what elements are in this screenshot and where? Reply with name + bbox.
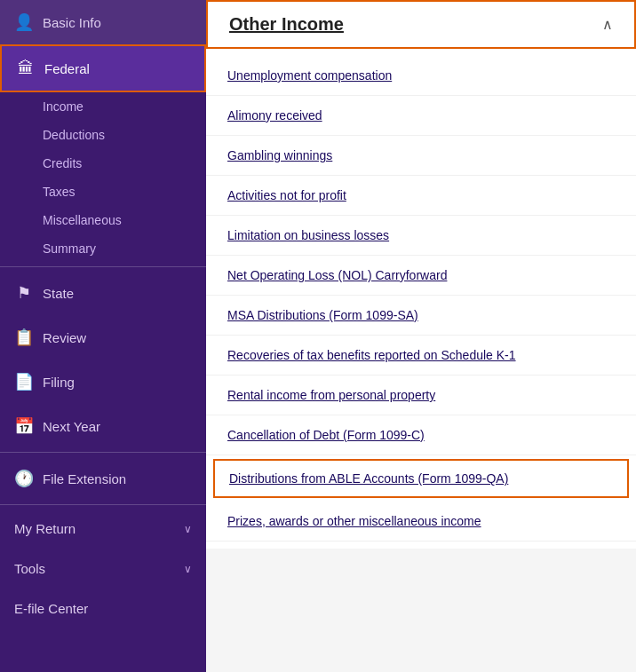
sidebar-sub-income[interactable]: Income [43, 92, 206, 121]
sidebar-label-federal: Federal [44, 61, 90, 76]
list-item-able-accounts[interactable]: Distributions from ABLE Accounts (Form 1… [213, 459, 629, 498]
sidebar-label-basic-info: Basic Info [43, 15, 101, 30]
sidebar-sub-taxes[interactable]: Taxes [43, 178, 206, 206]
collapse-button[interactable]: ∧ [602, 16, 613, 33]
building-icon: 🏛 [16, 59, 36, 78]
sidebar-sub-deductions[interactable]: Deductions [43, 121, 206, 149]
sidebar-item-efile-center[interactable]: E-file Center [0, 589, 206, 629]
my-return-left: My Return [14, 521, 76, 536]
person-icon: 👤 [14, 12, 34, 32]
tools-left: Tools [14, 561, 45, 576]
list-item-nol[interactable]: Net Operating Loss (NOL) Carryforward [206, 256, 636, 296]
list-item-unemployment[interactable]: Unemployment compensation [206, 56, 636, 96]
sidebar-label-state: State [43, 286, 74, 301]
sidebar-item-state[interactable]: ⚑ State [0, 271, 206, 315]
sidebar-item-basic-info[interactable]: 👤 Basic Info [0, 0, 206, 44]
content-header: Other Income ∧ [206, 0, 636, 49]
flag-icon: ⚑ [14, 283, 34, 303]
sidebar-item-file-extension[interactable]: 🕐 File Extension [0, 456, 206, 501]
divider-2 [0, 452, 206, 453]
list-item-prizes[interactable]: Prizes, awards or other miscellaneous in… [206, 502, 636, 542]
divider-3 [0, 504, 206, 505]
sidebar-label-file-extension: File Extension [43, 471, 126, 486]
list-item-limitation[interactable]: Limitation on business losses [206, 216, 636, 256]
review-icon: 📋 [14, 328, 34, 347]
sidebar-label-my-return: My Return [14, 521, 76, 536]
sidebar-label-tools: Tools [14, 561, 45, 576]
list-item-activities[interactable]: Activities not for profit [206, 176, 636, 216]
main-content: Other Income ∧ Unemployment compensation… [206, 0, 636, 672]
sidebar-item-tools[interactable]: Tools ∨ [0, 549, 206, 589]
sidebar-item-federal[interactable]: 🏛 Federal [0, 44, 206, 92]
list-item-rental[interactable]: Rental income from personal property [206, 376, 636, 415]
sidebar-label-next-year: Next Year [43, 419, 100, 434]
sidebar-item-next-year[interactable]: 📅 Next Year [0, 404, 206, 448]
calendar-icon: 📅 [14, 416, 34, 436]
sidebar-label-review: Review [43, 330, 86, 345]
list-item-alimony[interactable]: Alimony received [206, 96, 636, 136]
my-return-chevron: ∨ [184, 523, 192, 535]
sidebar: 👤 Basic Info 🏛 Federal Income Deductions… [0, 0, 206, 672]
sidebar-sub-miscellaneous[interactable]: Miscellaneous [43, 206, 206, 234]
sidebar-label-filing: Filing [43, 375, 75, 390]
sidebar-federal-subitems: Income Deductions Credits Taxes Miscella… [0, 92, 206, 263]
divider-1 [0, 266, 206, 267]
income-list: Unemployment compensation Alimony receiv… [206, 49, 636, 549]
list-item-cancellation[interactable]: Cancellation of Debt (Form 1099-C) [206, 415, 636, 455]
list-item-gambling[interactable]: Gambling winnings [206, 136, 636, 176]
sidebar-item-my-return[interactable]: My Return ∨ [0, 509, 206, 549]
sidebar-bottom: My Return ∨ Tools ∨ E-file Center [0, 509, 206, 629]
sidebar-sub-summary[interactable]: Summary [43, 234, 206, 263]
sidebar-item-filing[interactable]: 📄 Filing [0, 360, 206, 404]
income-list-body: Unemployment compensation Alimony receiv… [206, 49, 636, 672]
clock-icon: 🕐 [14, 469, 34, 488]
efile-left: E-file Center [14, 601, 88, 616]
content-title: Other Income [229, 14, 344, 35]
sidebar-sub-credits[interactable]: Credits [43, 149, 206, 178]
list-item-recoveries[interactable]: Recoveries of tax benefits reported on S… [206, 336, 636, 376]
list-item-msa[interactable]: MSA Distributions (Form 1099-SA) [206, 296, 636, 336]
sidebar-item-review[interactable]: 📋 Review [0, 315, 206, 360]
sidebar-label-efile-center: E-file Center [14, 601, 88, 616]
tools-chevron: ∨ [184, 563, 192, 575]
filing-icon: 📄 [14, 372, 34, 391]
